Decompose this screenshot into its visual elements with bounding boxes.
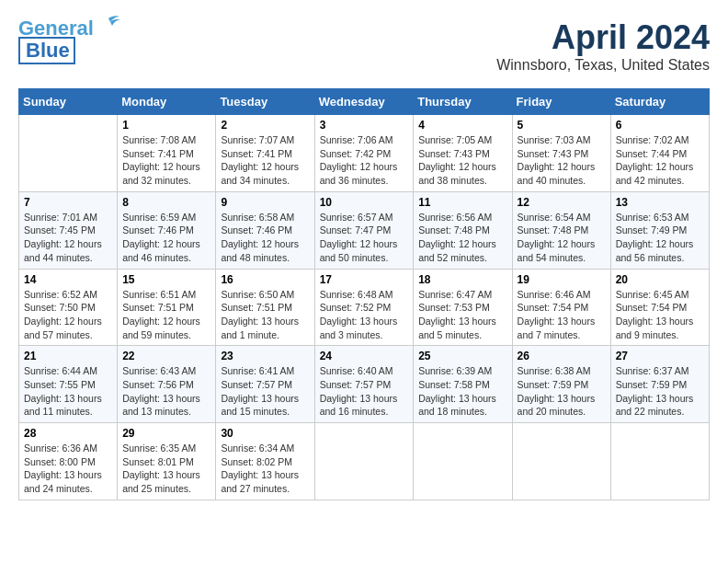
calendar-cell <box>414 423 512 500</box>
calendar-cell: 6Sunrise: 7:02 AM Sunset: 7:44 PM Daylig… <box>610 115 709 192</box>
day-number: 26 <box>518 350 606 362</box>
day-number: 23 <box>221 350 309 362</box>
day-number: 15 <box>122 273 210 286</box>
day-info: Sunrise: 6:57 AM Sunset: 7:47 PM Dayligh… <box>320 211 409 265</box>
day-info: Sunrise: 6:58 AM Sunset: 7:46 PM Dayligh… <box>221 211 309 265</box>
day-info: Sunrise: 6:43 AM Sunset: 7:56 PM Dayligh… <box>122 364 210 419</box>
day-number: 24 <box>320 350 409 362</box>
day-number: 3 <box>320 119 409 132</box>
logo-text: General <box>18 18 94 39</box>
calendar-cell: 20Sunrise: 6:45 AM Sunset: 7:54 PM Dayli… <box>610 269 709 346</box>
day-info: Sunrise: 6:37 AM Sunset: 7:59 PM Dayligh… <box>616 364 704 419</box>
calendar-cell: 7Sunrise: 7:01 AM Sunset: 7:45 PM Daylig… <box>19 191 118 269</box>
day-number: 4 <box>418 119 506 132</box>
calendar-table: SundayMondayTuesdayWednesdayThursdayFrid… <box>18 88 710 500</box>
day-number: 8 <box>122 196 210 209</box>
day-info: Sunrise: 6:53 AM Sunset: 7:49 PM Dayligh… <box>616 211 704 265</box>
page-header: General Blue April 2024 Winnsboro, Texas… <box>18 18 710 74</box>
day-number: 16 <box>221 273 309 286</box>
day-number: 10 <box>320 196 409 209</box>
day-number: 1 <box>122 119 210 132</box>
day-number: 29 <box>122 427 210 440</box>
calendar-cell: 15Sunrise: 6:51 AM Sunset: 7:51 PM Dayli… <box>118 269 216 346</box>
day-number: 5 <box>518 119 606 132</box>
calendar-cell: 16Sunrise: 6:50 AM Sunset: 7:51 PM Dayli… <box>216 269 314 346</box>
col-header-tuesday: Tuesday <box>216 89 314 115</box>
day-info: Sunrise: 7:05 AM Sunset: 7:43 PM Dayligh… <box>418 133 506 188</box>
calendar-cell: 13Sunrise: 6:53 AM Sunset: 7:49 PM Dayli… <box>610 191 709 269</box>
col-header-monday: Monday <box>118 89 216 115</box>
calendar-cell: 24Sunrise: 6:40 AM Sunset: 7:57 PM Dayli… <box>314 346 414 423</box>
day-info: Sunrise: 6:47 AM Sunset: 7:53 PM Dayligh… <box>418 288 506 342</box>
day-info: Sunrise: 6:35 AM Sunset: 8:01 PM Dayligh… <box>122 442 210 496</box>
day-number: 22 <box>122 350 210 362</box>
day-info: Sunrise: 6:41 AM Sunset: 7:57 PM Dayligh… <box>221 364 309 419</box>
day-number: 6 <box>616 119 704 132</box>
day-number: 2 <box>221 119 309 132</box>
day-info: Sunrise: 6:50 AM Sunset: 7:51 PM Dayligh… <box>221 288 309 342</box>
day-info: Sunrise: 6:56 AM Sunset: 7:48 PM Dayligh… <box>418 211 506 265</box>
calendar-cell: 22Sunrise: 6:43 AM Sunset: 7:56 PM Dayli… <box>118 346 216 423</box>
month-title: April 2024 <box>496 18 710 57</box>
day-number: 17 <box>320 273 409 286</box>
col-header-wednesday: Wednesday <box>314 89 414 115</box>
day-info: Sunrise: 6:48 AM Sunset: 7:52 PM Dayligh… <box>320 288 409 342</box>
day-info: Sunrise: 6:36 AM Sunset: 8:00 PM Dayligh… <box>24 442 112 496</box>
calendar-cell: 11Sunrise: 6:56 AM Sunset: 7:48 PM Dayli… <box>414 191 512 269</box>
day-info: Sunrise: 7:07 AM Sunset: 7:41 PM Dayligh… <box>221 133 309 188</box>
day-info: Sunrise: 7:03 AM Sunset: 7:43 PM Dayligh… <box>518 133 606 188</box>
day-number: 27 <box>616 350 704 362</box>
day-info: Sunrise: 6:46 AM Sunset: 7:54 PM Dayligh… <box>518 288 606 342</box>
day-number: 14 <box>24 273 112 286</box>
logo: General Blue <box>18 18 121 64</box>
calendar-cell <box>314 423 414 500</box>
day-info: Sunrise: 7:02 AM Sunset: 7:44 PM Dayligh… <box>616 133 704 188</box>
calendar-cell: 10Sunrise: 6:57 AM Sunset: 7:47 PM Dayli… <box>314 191 414 269</box>
day-number: 25 <box>418 350 506 362</box>
calendar-cell: 9Sunrise: 6:58 AM Sunset: 7:46 PM Daylig… <box>216 191 314 269</box>
calendar-cell: 25Sunrise: 6:39 AM Sunset: 7:58 PM Dayli… <box>414 346 512 423</box>
calendar-cell: 18Sunrise: 6:47 AM Sunset: 7:53 PM Dayli… <box>414 269 512 346</box>
col-header-saturday: Saturday <box>610 89 709 115</box>
day-info: Sunrise: 6:40 AM Sunset: 7:57 PM Dayligh… <box>320 364 409 419</box>
calendar-cell: 19Sunrise: 6:46 AM Sunset: 7:54 PM Dayli… <box>512 269 610 346</box>
calendar-cell: 8Sunrise: 6:59 AM Sunset: 7:46 PM Daylig… <box>118 191 216 269</box>
day-info: Sunrise: 7:08 AM Sunset: 7:41 PM Dayligh… <box>122 133 210 188</box>
calendar-cell: 14Sunrise: 6:52 AM Sunset: 7:50 PM Dayli… <box>19 269 118 346</box>
day-info: Sunrise: 7:01 AM Sunset: 7:45 PM Dayligh… <box>24 211 112 265</box>
calendar-cell: 5Sunrise: 7:03 AM Sunset: 7:43 PM Daylig… <box>512 115 610 192</box>
day-number: 19 <box>518 273 606 286</box>
day-info: Sunrise: 6:34 AM Sunset: 8:02 PM Dayligh… <box>221 442 309 496</box>
calendar-cell: 26Sunrise: 6:38 AM Sunset: 7:59 PM Dayli… <box>512 346 610 423</box>
calendar-cell: 23Sunrise: 6:41 AM Sunset: 7:57 PM Dayli… <box>216 346 314 423</box>
day-info: Sunrise: 6:39 AM Sunset: 7:58 PM Dayligh… <box>418 364 506 419</box>
day-number: 9 <box>221 196 309 209</box>
day-info: Sunrise: 6:38 AM Sunset: 7:59 PM Dayligh… <box>518 364 606 419</box>
calendar-cell: 27Sunrise: 6:37 AM Sunset: 7:59 PM Dayli… <box>610 346 709 423</box>
calendar-cell: 2Sunrise: 7:07 AM Sunset: 7:41 PM Daylig… <box>216 115 314 192</box>
col-header-sunday: Sunday <box>19 89 118 115</box>
location-title: Winnsboro, Texas, United States <box>496 57 710 74</box>
calendar-cell: 21Sunrise: 6:44 AM Sunset: 7:55 PM Dayli… <box>19 346 118 423</box>
day-info: Sunrise: 6:45 AM Sunset: 7:54 PM Dayligh… <box>616 288 704 342</box>
calendar-cell <box>610 423 709 500</box>
day-info: Sunrise: 6:51 AM Sunset: 7:51 PM Dayligh… <box>122 288 210 342</box>
day-number: 7 <box>24 196 112 209</box>
day-number: 12 <box>518 196 606 209</box>
day-number: 11 <box>418 196 506 209</box>
col-header-thursday: Thursday <box>414 89 512 115</box>
calendar-cell: 12Sunrise: 6:54 AM Sunset: 7:48 PM Dayli… <box>512 191 610 269</box>
calendar-cell <box>19 115 118 192</box>
calendar-cell: 17Sunrise: 6:48 AM Sunset: 7:52 PM Dayli… <box>314 269 414 346</box>
day-number: 30 <box>221 427 309 440</box>
calendar-cell <box>512 423 610 500</box>
calendar-cell: 4Sunrise: 7:05 AM Sunset: 7:43 PM Daylig… <box>414 115 512 192</box>
day-info: Sunrise: 7:06 AM Sunset: 7:42 PM Dayligh… <box>320 133 409 188</box>
calendar-cell: 3Sunrise: 7:06 AM Sunset: 7:42 PM Daylig… <box>314 115 414 192</box>
col-header-friday: Friday <box>512 89 610 115</box>
title-block: April 2024 Winnsboro, Texas, United Stat… <box>496 18 710 74</box>
day-number: 13 <box>616 196 704 209</box>
day-info: Sunrise: 6:52 AM Sunset: 7:50 PM Dayligh… <box>24 288 112 342</box>
day-number: 28 <box>24 427 112 440</box>
calendar-cell: 1Sunrise: 7:08 AM Sunset: 7:41 PM Daylig… <box>118 115 216 192</box>
